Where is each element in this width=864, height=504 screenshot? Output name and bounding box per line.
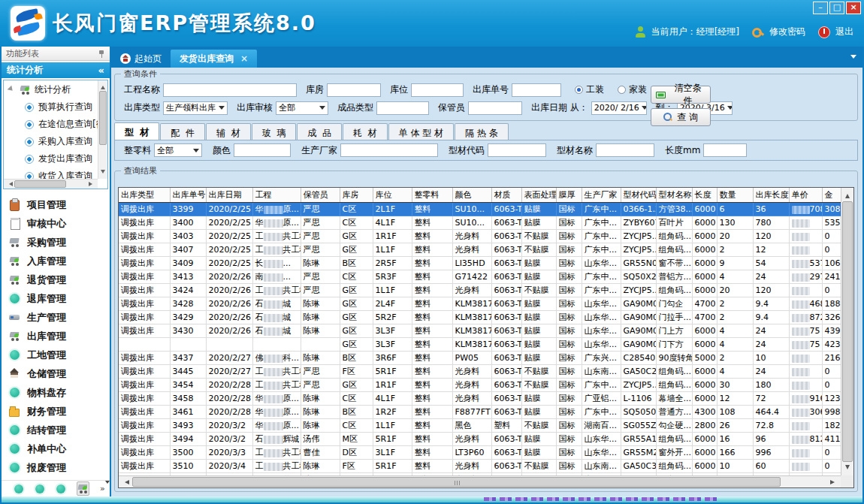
table-row[interactable]: 调拨出库34092020/2/25长...陈琳B区2R5F整料LI35HD606… bbox=[119, 257, 844, 270]
table-row[interactable]: 调拨出库34132020/2/26南...严思C区5R3F整料G71422606… bbox=[119, 270, 844, 284]
dot-icon[interactable] bbox=[14, 484, 23, 493]
keeper-input[interactable] bbox=[468, 101, 522, 115]
product-type-input[interactable] bbox=[376, 101, 429, 115]
table-row[interactable]: 调拨出库33992020/2/25华原...严思C区2L1F整料SU10...6… bbox=[119, 203, 844, 216]
material-tab-2[interactable]: 辅 材 bbox=[206, 123, 251, 140]
scroll-down-icon[interactable] bbox=[101, 170, 105, 176]
scroll-thumb[interactable] bbox=[14, 180, 66, 188]
audit-select[interactable]: 全部 bbox=[276, 101, 328, 115]
maximize-button[interactable]: □ bbox=[829, 2, 844, 14]
tree-root-statistics[interactable]: 统计分析 bbox=[4, 80, 107, 98]
sidebar-item-工地管理[interactable]: 工地管理 bbox=[2, 346, 110, 364]
scroll-left-icon[interactable] bbox=[122, 480, 129, 484]
sidebar-item-结转管理[interactable]: 结转管理 bbox=[2, 421, 110, 439]
tab-home[interactable]: 起始页 bbox=[111, 50, 171, 68]
table-horizontal-scrollbar[interactable] bbox=[119, 475, 841, 487]
sidebar-item-仓储管理[interactable]: 仓储管理 bbox=[2, 364, 110, 383]
dot-icon[interactable] bbox=[56, 484, 65, 493]
column-header-出库单号[interactable]: 出库单号 bbox=[170, 188, 206, 203]
column-header-生产厂家[interactable]: 生产厂家 bbox=[582, 188, 621, 203]
order-no-input[interactable] bbox=[512, 83, 561, 97]
column-header-保管员[interactable]: 保管员 bbox=[301, 188, 340, 203]
location-input[interactable] bbox=[411, 83, 464, 97]
collapse-icon[interactable]: « bbox=[98, 65, 104, 76]
radio-gongzhuang[interactable]: 工装 bbox=[575, 83, 604, 96]
profile-name-input[interactable] bbox=[596, 143, 654, 157]
close-button[interactable]: × bbox=[846, 2, 861, 14]
scroll-up-icon[interactable] bbox=[845, 192, 850, 198]
sidebar-item-出库管理[interactable]: 出库管理 bbox=[2, 327, 110, 346]
profile-code-input[interactable] bbox=[488, 143, 546, 157]
tab-shipping-outbound-query[interactable]: 发货出库查询 × bbox=[171, 50, 257, 68]
scroll-right-icon[interactable] bbox=[89, 182, 95, 186]
whole-part-select[interactable]: 全部 bbox=[154, 143, 202, 157]
tree-horizontal-scrollbar[interactable] bbox=[4, 179, 98, 189]
table-row[interactable]: 调拨出库34292020/2/26石城陈琳G区5R2F整料KLM38176063… bbox=[119, 311, 844, 324]
tree-item-预算执行查询[interactable]: 预算执行查询 bbox=[4, 98, 107, 116]
sidebar-item-审核中心[interactable]: 审核中心 bbox=[2, 214, 110, 233]
column-header-整零料[interactable]: 整零料 bbox=[412, 188, 452, 203]
column-header-长度[interactable]: 长度 bbox=[692, 188, 717, 203]
column-header-工程[interactable]: 工程 bbox=[252, 188, 301, 203]
project-name-input[interactable] bbox=[163, 83, 297, 97]
table-row[interactable]: 调拨出库34282020/2/26石城陈琳G区2L4F整料KLM38176063… bbox=[119, 297, 844, 311]
tab-close-icon[interactable]: × bbox=[240, 53, 248, 64]
tree-vertical-scrollbar[interactable] bbox=[98, 80, 107, 179]
tree-item-在途信息查询[待[interactable]: 在途信息查询[待 bbox=[4, 116, 107, 133]
scroll-thumb[interactable] bbox=[99, 91, 107, 145]
sidebar-item-退货管理[interactable]: 退货管理 bbox=[2, 270, 110, 289]
sidebar-item-物料盘存[interactable]: 物料盘存 bbox=[2, 383, 110, 402]
material-tab-7[interactable]: 隔 热 条 bbox=[455, 123, 509, 140]
table-row[interactable]: 调拨出库34072020/2/25工共工程严思G区1L1F整料光身料6063-T… bbox=[119, 243, 844, 257]
material-tab-1[interactable]: 配 件 bbox=[160, 123, 205, 140]
table-row[interactable]: 调拨出库34932020/3/2华原...陈琳C区1L1F整料黑色塑料不贴膜国标… bbox=[119, 419, 844, 433]
change-password-link[interactable]: 修改密码 bbox=[769, 26, 805, 38]
material-tab-5[interactable]: 耗 材 bbox=[343, 123, 388, 140]
table-row[interactable]: 调拨出库34452020/2/27工共工程严思F区5R1F整料光身料6063-T… bbox=[119, 365, 844, 379]
column-header-数量[interactable]: 数量 bbox=[717, 188, 753, 203]
warehouse-input[interactable] bbox=[327, 83, 381, 97]
column-header-出库日期[interactable]: 出库日期 bbox=[206, 188, 252, 203]
length-input[interactable] bbox=[703, 143, 747, 157]
statistics-tool-button[interactable] bbox=[77, 481, 89, 496]
table-row[interactable]: 调拨出库34612020/2/28华原...陈琳B区1R2F整料F8877FT6… bbox=[119, 406, 844, 419]
logout-link[interactable]: 退出 bbox=[835, 26, 853, 38]
manufacturer-input[interactable] bbox=[340, 143, 438, 157]
scroll-thumb[interactable] bbox=[842, 201, 853, 462]
sidebar-section-header[interactable]: 统计分析 « bbox=[2, 62, 110, 78]
pin-icon[interactable] bbox=[98, 50, 105, 58]
column-header-表面处理[interactable]: 表面处理 bbox=[521, 188, 556, 203]
table-row[interactable]: 调拨出库34942020/3/2石辉城汤伟M区5R1F整料光身料6063-T5贴… bbox=[119, 433, 844, 446]
column-header-单价[interactable]: 单价 bbox=[789, 188, 822, 203]
search-button[interactable]: 查 询 bbox=[651, 108, 711, 126]
table-row[interactable]: G区3L3F整料KLM38176063-T5贴膜国标山东华...GA90M09.… bbox=[119, 338, 844, 352]
sidebar-item-补单中心[interactable]: 补单中心 bbox=[2, 439, 110, 458]
column-header-库房[interactable]: 库房 bbox=[340, 188, 373, 203]
sidebar-item-财务管理[interactable]: 财务管理 bbox=[2, 402, 110, 421]
material-tab-6[interactable]: 单 体 型 材 bbox=[388, 123, 454, 140]
table-vertical-scrollbar[interactable] bbox=[841, 188, 853, 475]
material-tab-0[interactable]: 型 材 bbox=[114, 122, 159, 140]
date-from-picker[interactable]: 2020/ 2/16 bbox=[591, 101, 647, 115]
column-header-膜厚[interactable]: 膜厚 bbox=[556, 188, 582, 203]
clear-conditions-button[interactable]: 清空条件 bbox=[651, 86, 711, 104]
table-row[interactable]: 调拨出库34002020/2/25华原...严思C区4L1F整料SU10...6… bbox=[119, 216, 844, 230]
radio-jiazhuang[interactable]: 家装 bbox=[618, 83, 647, 96]
scroll-down-icon[interactable] bbox=[845, 465, 850, 472]
material-tab-4[interactable]: 成 品 bbox=[297, 123, 342, 140]
table-row[interactable]: 调拨出库34542020/2/28工共工程严思G区1R1F整料光身料6063-T… bbox=[119, 379, 844, 392]
sidebar-item-报废管理[interactable]: 报废管理 bbox=[2, 458, 110, 477]
table-row[interactable]: 调拨出库34032020/2/25工共工程严思G区1R1F整料光身料6063-T… bbox=[119, 230, 844, 243]
table-row[interactable]: 调拨出库34582020/2/28华原...陈琳C区4L1F整料光身料6063-… bbox=[119, 392, 844, 406]
dot-icon[interactable] bbox=[35, 484, 44, 493]
sidebar-item-项目管理[interactable]: 项目管理 bbox=[2, 195, 110, 214]
column-header-出库类型[interactable]: 出库类型 bbox=[119, 188, 170, 203]
column-header-出库长度[interactable]: 出库长度 bbox=[753, 188, 789, 203]
tree-item-采购入库查询[interactable]: 采购入库查询 bbox=[4, 133, 107, 150]
table-row[interactable]: 调拨出库34372020/2/27佛科...陈琳B区3R6F整料PW056063… bbox=[119, 352, 844, 365]
table-row[interactable]: 调拨出库35002020/3/3工共工程曹佳D区3L1F整料LT3P606063… bbox=[119, 446, 844, 460]
scroll-left-icon[interactable] bbox=[7, 182, 13, 186]
table-row[interactable]: 调拨出库34242020/2/26工共工程严思G区1L1F整料光身料6063-T… bbox=[119, 284, 844, 297]
tab-list-dropdown-icon[interactable] bbox=[850, 55, 856, 62]
table-row[interactable]: 调拨出库35102020/3/4工共工程陈琳F区5R1F整料光身料6063-T5… bbox=[119, 460, 844, 473]
